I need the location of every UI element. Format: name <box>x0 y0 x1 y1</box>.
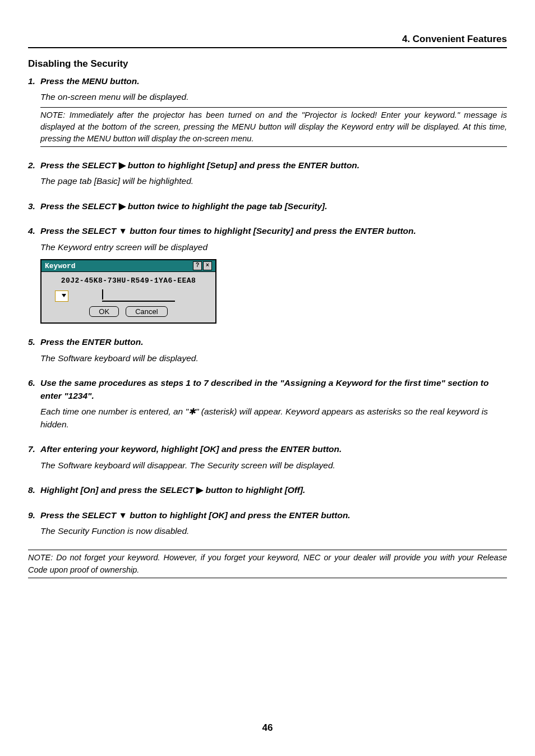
step-sub: The Software keyboard will disappear. Th… <box>40 459 507 472</box>
step-heading: Press the MENU button. <box>40 75 507 87</box>
step-heading: Highlight [On] and press the SELECT ▶ bu… <box>40 484 507 496</box>
step-6: 6. Use the same procedures as steps 1 to… <box>28 377 507 431</box>
dialog-input[interactable] <box>102 291 175 302</box>
step-number: 9. <box>28 509 40 522</box>
step-number: 3. <box>28 200 40 213</box>
help-icon[interactable]: ? <box>193 261 202 270</box>
step-sub: Each time one number is entered, an "✱" … <box>40 405 507 431</box>
dialog-dropdown[interactable] <box>55 291 68 302</box>
step-8: 8. Highlight [On] and press the SELECT ▶… <box>28 484 507 496</box>
manual-page: 4. Convenient Features Disabling the Sec… <box>0 0 535 756</box>
step-5: 5. Press the ENTER button. The Software … <box>28 336 507 365</box>
step-heading: Press the SELECT ▼ button to highlight [… <box>40 509 507 522</box>
right-arrow-icon: ▶ <box>119 160 126 170</box>
step-heading: After entering your keyword, highlight [… <box>40 443 507 455</box>
step-heading: Press the SELECT ▶ button twice to highl… <box>40 200 507 213</box>
step-sub: The Security Function is now disabled. <box>40 525 507 537</box>
step-sub: The page tab [Basic] will be highlighted… <box>40 175 507 187</box>
step-number: 4. <box>28 225 40 237</box>
step-2: 2. Press the SELECT ▶ button to highligh… <box>28 159 507 188</box>
dialog-title-text: Keyword <box>45 262 76 270</box>
step-7: 7. After entering your keyword, highligh… <box>28 443 507 472</box>
step-note: NOTE: Immediately after the projector ha… <box>40 107 507 147</box>
step-sub: The Keyword entry screen will be display… <box>40 241 507 253</box>
down-arrow-icon: ▼ <box>119 510 127 520</box>
step-heading: Press the SELECT ▼ button four times to … <box>40 225 507 237</box>
cancel-button[interactable]: Cancel <box>126 306 167 317</box>
step-sub: The on-screen menu will be displayed. <box>40 91 507 103</box>
step-number: 2. <box>28 159 40 172</box>
chapter-title: 4. Convenient Features <box>402 34 507 44</box>
down-arrow-icon: ▼ <box>119 226 127 236</box>
step-number: 7. <box>28 443 40 455</box>
step-number: 8. <box>28 484 40 496</box>
page-header: 4. Convenient Features <box>28 34 507 48</box>
page-number: 46 <box>0 722 535 734</box>
step-number: 6. <box>28 377 40 402</box>
step-sub: The Software keyboard will be displayed. <box>40 352 507 365</box>
dialog-code: 20J2-45K8-73HU-R549-1YA6-EEA8 <box>41 272 215 288</box>
right-arrow-icon: ▶ <box>119 201 126 211</box>
section-title: Disabling the Security <box>28 58 507 70</box>
step-1: 1. Press the MENU button. The on-screen … <box>28 75 507 147</box>
dialog-titlebar: Keyword ? × <box>41 260 215 272</box>
step-number: 1. <box>28 75 40 87</box>
right-arrow-icon: ▶ <box>196 485 203 495</box>
keyword-dialog: Keyword ? × 20J2-45K8-73HU-R549-1YA6-EEA… <box>40 259 216 324</box>
step-9: 9. Press the SELECT ▼ button to highligh… <box>28 509 507 538</box>
final-note: NOTE: Do not forget your keyword. Howeve… <box>28 550 507 578</box>
steps-list: 1. Press the MENU button. The on-screen … <box>28 75 507 537</box>
ok-button[interactable]: OK <box>89 306 119 317</box>
step-4: 4. Press the SELECT ▼ button four times … <box>28 225 507 324</box>
step-heading: Use the same procedures as steps 1 to 7 … <box>40 377 507 402</box>
step-heading: Press the ENTER button. <box>40 336 507 348</box>
step-3: 3. Press the SELECT ▶ button twice to hi… <box>28 200 507 213</box>
step-number: 5. <box>28 336 40 348</box>
step-heading: Press the SELECT ▶ button to highlight [… <box>40 159 507 172</box>
close-icon[interactable]: × <box>203 261 212 270</box>
